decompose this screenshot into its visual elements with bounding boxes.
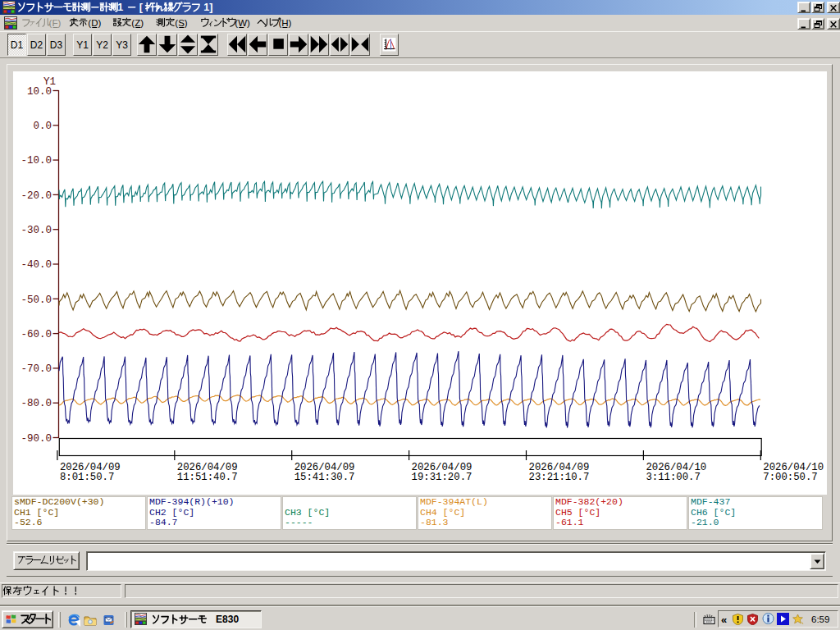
svg-text:3:11:00.7: 3:11:00.7: [646, 472, 700, 483]
svg-text:-20.0: -20.0: [21, 190, 52, 202]
svg-text:-30.0: -30.0: [21, 225, 52, 236]
svg-text:(H): (H): [278, 18, 291, 28]
svg-text:(Z): (Z): [131, 18, 144, 28]
svg-text:(W): (W): [235, 18, 250, 28]
svg-text:E830: E830: [216, 614, 239, 625]
svg-text:10.0: 10.0: [27, 86, 52, 98]
svg-text:(S): (S): [175, 18, 188, 28]
svg-text:(D): (D): [88, 18, 101, 28]
svg-text:15:41:30.7: 15:41:30.7: [294, 472, 355, 483]
svg-text:23:21:10.7: 23:21:10.7: [529, 472, 590, 483]
svg-text:-80.0: -80.0: [21, 398, 52, 409]
svg-text:7:00:50.7: 7:00:50.7: [763, 472, 817, 483]
svg-text:(F): (F): [49, 18, 62, 28]
svg-text:11:51:40.7: 11:51:40.7: [177, 472, 238, 483]
svg-text:-90.0: -90.0: [21, 433, 52, 445]
svg-text:-60.0: -60.0: [21, 329, 52, 340]
svg-text:8:01:50.7: 8:01:50.7: [60, 472, 114, 483]
svg-text:0.0: 0.0: [33, 121, 52, 132]
svg-text:-10.0: -10.0: [21, 155, 52, 167]
svg-text:-40.0: -40.0: [21, 259, 52, 271]
svg-text:-50.0: -50.0: [21, 294, 52, 306]
svg-text:-70.0: -70.0: [21, 363, 52, 375]
svg-text:19:31:20.7: 19:31:20.7: [412, 472, 472, 483]
